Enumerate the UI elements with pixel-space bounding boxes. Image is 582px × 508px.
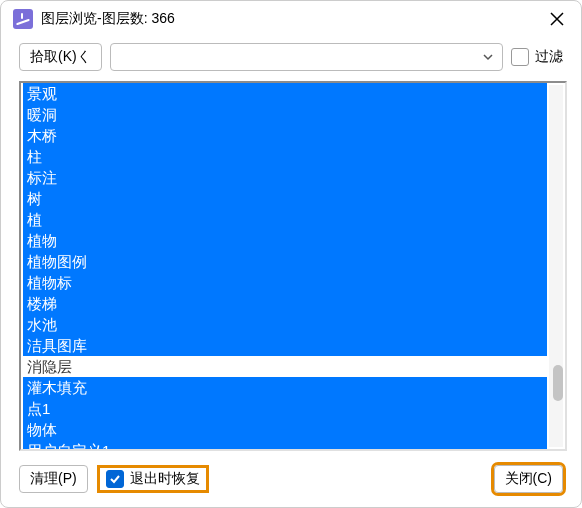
clean-button[interactable]: 清理(P) xyxy=(19,465,88,493)
list-item[interactable]: 柱 xyxy=(23,146,547,167)
list-item[interactable]: 树 xyxy=(23,188,547,209)
filter-check-group: 过滤 xyxy=(511,48,563,66)
restore-check-group[interactable]: 退出时恢复 xyxy=(100,468,206,490)
list-item[interactable]: 景观 xyxy=(23,83,547,104)
toolbar: 拾取(K)く 过滤 xyxy=(1,37,581,77)
list-item[interactable]: 植物图例 xyxy=(23,251,547,272)
layer-list[interactable]: 景观暖洞木桥柱标注树植植物植物图例植物标楼梯水池洁具图库消隐层灌木填充点1物体用… xyxy=(23,83,547,449)
dialog-window: 图层浏览-图层数: 366 拾取(K)く 过滤 景观暖洞木桥柱标注树植植物植物图… xyxy=(0,0,582,508)
list-item[interactable]: 植物 xyxy=(23,230,547,251)
list-item[interactable]: 标注 xyxy=(23,167,547,188)
list-item[interactable]: 灌木填充 xyxy=(23,377,547,398)
list-item[interactable]: 水池 xyxy=(23,314,547,335)
list-item[interactable]: 植物标 xyxy=(23,272,547,293)
bottombar: 清理(P) 退出时恢复 关闭(C) xyxy=(1,455,581,507)
list-item[interactable]: 消隐层 xyxy=(23,356,547,377)
layer-combo[interactable] xyxy=(110,43,503,71)
list-item[interactable]: 点1 xyxy=(23,398,547,419)
list-item[interactable]: 楼梯 xyxy=(23,293,547,314)
list-item[interactable]: 用户自定义1 xyxy=(23,440,547,449)
close-icon[interactable] xyxy=(545,7,569,31)
restore-label: 退出时恢复 xyxy=(130,470,200,488)
restore-checkbox[interactable] xyxy=(106,470,124,488)
scrollbar[interactable] xyxy=(549,85,563,447)
titlebar: 图层浏览-图层数: 366 xyxy=(1,1,581,37)
list-item[interactable]: 植 xyxy=(23,209,547,230)
scrollbar-thumb[interactable] xyxy=(553,365,563,401)
filter-label: 过滤 xyxy=(535,48,563,66)
close-button[interactable]: 关闭(C) xyxy=(494,465,563,493)
filter-checkbox[interactable] xyxy=(511,48,529,66)
list-item[interactable]: 木桥 xyxy=(23,125,547,146)
window-title: 图层浏览-图层数: 366 xyxy=(41,10,537,28)
layer-list-frame: 景观暖洞木桥柱标注树植植物植物图例植物标楼梯水池洁具图库消隐层灌木填充点1物体用… xyxy=(19,81,567,451)
app-icon xyxy=(13,9,33,29)
list-item[interactable]: 物体 xyxy=(23,419,547,440)
chevron-down-icon xyxy=(482,51,494,63)
list-item[interactable]: 暖洞 xyxy=(23,104,547,125)
list-item[interactable]: 洁具图库 xyxy=(23,335,547,356)
pick-button[interactable]: 拾取(K)く xyxy=(19,43,102,71)
